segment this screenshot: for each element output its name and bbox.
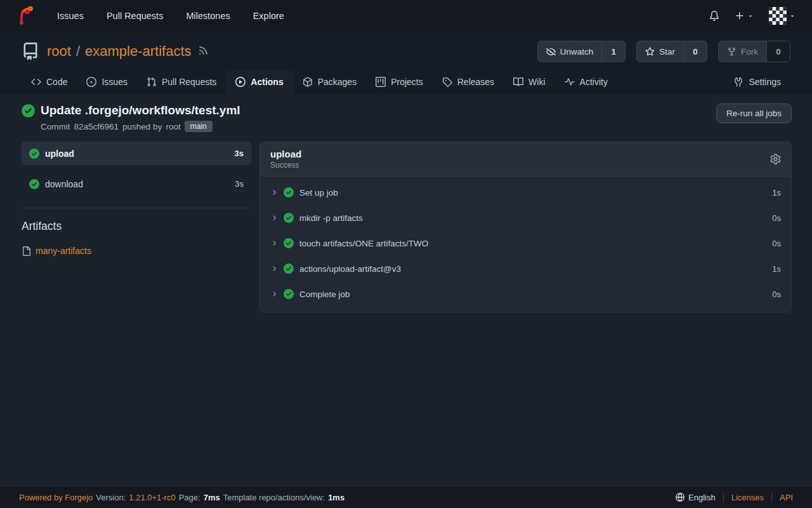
job-duration: 3s — [235, 149, 244, 158]
chevron-right-icon — [270, 214, 278, 222]
repo-name-link[interactable]: example-artifacts — [85, 43, 192, 60]
tag-icon — [442, 77, 452, 87]
success-check-icon — [22, 104, 35, 117]
nav-item-issues[interactable]: Issues — [57, 11, 84, 21]
nav-item-explore[interactable]: Explore — [253, 11, 284, 21]
success-check-icon — [284, 238, 294, 248]
create-menu-button[interactable] — [735, 11, 754, 21]
fork-icon — [727, 47, 737, 57]
commit-sha-link[interactable]: 82a5cf6961 — [74, 122, 119, 131]
repo-owner-link[interactable]: root — [47, 43, 71, 60]
sidebar-divider — [22, 208, 251, 208]
powered-by-forgejo-link[interactable]: Powered by Forgejo — [19, 493, 93, 502]
success-check-icon — [284, 289, 294, 299]
star-icon — [645, 47, 655, 57]
repo-title-row: root / example-artifacts Unwatch 1 Star — [22, 41, 790, 62]
repo-icon — [22, 43, 39, 60]
branch-badge[interactable]: main — [185, 121, 213, 132]
tab-pull-requests[interactable]: Pull Requests — [137, 70, 226, 95]
file-icon — [22, 246, 31, 256]
success-check-icon — [284, 264, 294, 274]
nav-item-milestones[interactable]: Milestones — [186, 11, 230, 21]
chevron-right-icon — [270, 189, 278, 196]
pulse-icon — [565, 77, 575, 87]
actions-run-view: Update .forgejo/workflows/test.yml Commi… — [0, 95, 812, 486]
licenses-link[interactable]: Licenses — [723, 493, 771, 502]
repo-header: root / example-artifacts Unwatch 1 Star — [0, 32, 812, 95]
step-row[interactable]: Complete job 0s — [260, 281, 791, 307]
rerun-all-jobs-button[interactable]: Re-run all jobs — [716, 104, 792, 123]
step-duration: 0s — [772, 290, 781, 299]
step-row[interactable]: touch artifacts/ONE artifacts/TWO 0s — [260, 231, 791, 256]
rss-icon — [198, 45, 209, 56]
star-button[interactable]: Star — [637, 41, 683, 62]
tab-settings[interactable]: Settings — [724, 70, 790, 95]
tab-releases[interactable]: Releases — [433, 70, 504, 95]
play-circle-icon — [235, 77, 246, 87]
eye-slash-icon — [546, 47, 556, 57]
job-duration: 3s — [235, 179, 244, 189]
globe-icon — [676, 493, 684, 502]
repo-tabs: Code Issues Pull Requests Actions Packag… — [22, 70, 790, 95]
author-link[interactable]: root — [166, 122, 180, 131]
tab-issues[interactable]: Issues — [77, 70, 136, 95]
job-status: Success — [270, 161, 301, 170]
stars-count[interactable]: 0 — [683, 41, 707, 62]
step-duration: 0s — [772, 239, 781, 248]
chevron-right-icon — [270, 290, 278, 298]
chevron-right-icon — [270, 239, 278, 247]
git-pull-request-icon — [147, 77, 157, 87]
star-button-group: Star 0 — [636, 41, 707, 62]
job-detail-panel: upload Success Set up job 1s — [259, 142, 792, 312]
steps-list: Set up job 1s mkdir -p artifacts 0s touc… — [260, 177, 791, 312]
api-link[interactable]: API — [771, 493, 793, 502]
tools-icon — [733, 77, 743, 87]
forgejo-logo[interactable] — [16, 6, 36, 25]
watch-button-group: Unwatch 1 — [537, 41, 626, 62]
rss-feed-button[interactable] — [192, 45, 209, 58]
tab-projects[interactable]: Projects — [366, 70, 433, 95]
repo-separator: / — [76, 43, 80, 60]
watchers-count[interactable]: 1 — [601, 41, 625, 62]
artifact-download-link[interactable]: many-artifacts — [36, 246, 91, 256]
step-duration: 1s — [772, 188, 781, 197]
success-check-icon — [284, 213, 294, 223]
fork-button-group: Fork 0 — [718, 41, 790, 62]
version-link[interactable]: 1.21.0+1-rc0 — [129, 493, 175, 502]
user-menu-button[interactable] — [769, 7, 796, 25]
nav-item-pull-requests[interactable]: Pull Requests — [107, 11, 163, 21]
footer-links: English Licenses API — [668, 493, 793, 502]
repo-action-buttons: Unwatch 1 Star 0 Fork 0 — [537, 41, 790, 62]
template-render-time: 1ms — [328, 493, 344, 502]
plus-icon — [735, 11, 745, 21]
chevron-right-icon — [270, 265, 278, 272]
run-commit-info: Commit 82a5cf6961 pushed by root main — [41, 121, 240, 132]
step-row[interactable]: mkdir -p artifacts 0s — [260, 205, 791, 231]
fork-button[interactable]: Fork — [719, 41, 766, 62]
artifacts-heading: Artifacts — [22, 220, 251, 233]
top-navbar: Issues Pull Requests Milestones Explore — [0, 0, 812, 32]
log-settings-button[interactable] — [770, 154, 781, 164]
language-menu[interactable]: English — [668, 493, 723, 502]
success-check-icon — [29, 149, 39, 159]
job-item-download[interactable]: download 3s — [22, 172, 251, 196]
step-row[interactable]: Set up job 1s — [260, 180, 791, 205]
job-detail-name: upload — [270, 149, 301, 159]
unwatch-button[interactable]: Unwatch — [538, 41, 602, 62]
tab-activity[interactable]: Activity — [555, 70, 617, 95]
step-row[interactable]: actions/upload-artifact@v3 1s — [260, 256, 791, 281]
tab-actions[interactable]: Actions — [226, 70, 292, 95]
tab-packages[interactable]: Packages — [293, 70, 366, 95]
package-icon — [303, 77, 313, 87]
nav-links: Issues Pull Requests Milestones Explore — [57, 11, 284, 21]
notifications-button[interactable] — [709, 11, 719, 21]
avatar — [769, 7, 787, 25]
artifact-item: many-artifacts — [22, 246, 251, 256]
forks-count[interactable]: 0 — [766, 41, 790, 62]
tab-code[interactable]: Code — [22, 70, 77, 95]
repo-title: root / example-artifacts — [47, 43, 192, 60]
bell-icon — [709, 11, 719, 21]
tab-wiki[interactable]: Wiki — [504, 70, 554, 95]
job-item-upload[interactable]: upload 3s — [22, 142, 251, 165]
forgejo-logo-icon — [16, 6, 36, 25]
